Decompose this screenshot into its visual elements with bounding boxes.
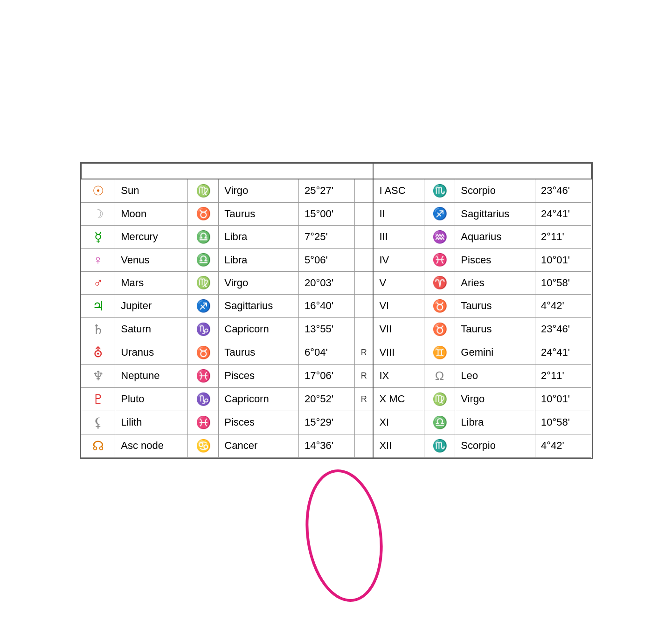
retrograde-indicator [354, 248, 373, 271]
planet-name: Asc node [115, 434, 187, 457]
house-degree: 10°58' [535, 271, 591, 294]
planet-degree: 20°03' [299, 271, 355, 294]
planet-sign-icon: ♋ [196, 439, 211, 453]
planet-name: Saturn [115, 317, 187, 341]
house-sign-icon: ♏ [432, 439, 447, 453]
house-sign-symbol: ♍ [424, 387, 455, 411]
planet-sign-symbol: ♎ [187, 225, 219, 248]
house-degree: 10°01' [535, 387, 591, 411]
house-number: IX [373, 364, 424, 387]
planet-sign-icon: ♑ [196, 322, 211, 336]
planet-symbol-cell: ♆ [81, 364, 115, 387]
planet-symbol-cell: ☿ [81, 225, 115, 248]
planet-name: Neptune [115, 364, 187, 387]
planet-sign-icon: ♑ [196, 392, 211, 406]
planet-degree: 6°04' [299, 341, 355, 364]
planet-symbol: ☊ [92, 439, 104, 453]
house-degree: 2°11' [535, 364, 591, 387]
planet-sign-symbol: ♑ [187, 317, 219, 341]
house-degree: 23°46' [535, 179, 591, 203]
planet-name: Sun [115, 179, 187, 203]
planet-sign-name: Libra [219, 225, 299, 248]
planet-sign-symbol: ♓ [187, 411, 219, 434]
planet-sign-icon: ♍ [196, 276, 211, 289]
table-row: ⚸Lilith♓Pisces15°29'XI♎Libra10°58' [81, 411, 591, 434]
house-sign-name: Virgo [455, 387, 535, 411]
svg-point-0 [299, 466, 389, 605]
planet-symbol: ♄ [92, 322, 104, 337]
table-row: ☿Mercury♎Libra7°25'III♒Aquarius2°11' [81, 225, 591, 248]
planet-sign-name: Virgo [219, 179, 299, 203]
planet-degree: 7°25' [299, 225, 355, 248]
house-sign-symbol: ♏ [424, 434, 455, 457]
planet-sign-name: Pisces [219, 411, 299, 434]
house-degree: 4°42' [535, 294, 591, 317]
house-number: II [373, 202, 424, 225]
house-sign-icon: ♉ [432, 299, 447, 313]
planet-degree: 15°00' [299, 202, 355, 225]
planet-degree: 5°06' [299, 248, 355, 271]
planet-symbol: ⛢ [93, 345, 103, 360]
planet-sign-name: Sagittarius [219, 294, 299, 317]
house-sign-name: Scorpio [455, 434, 535, 457]
house-number: III [373, 225, 424, 248]
house-sign-symbol: ♏ [424, 179, 455, 203]
house-number: I ASC [373, 179, 424, 203]
planet-sign-icon: ♎ [196, 253, 211, 267]
planet-name: Pluto [115, 387, 187, 411]
house-sign-symbol: ♉ [424, 317, 455, 341]
house-sign-name: Aquarius [455, 225, 535, 248]
planet-sign-name: Libra [219, 248, 299, 271]
planet-degree: 14°36' [299, 434, 355, 457]
planet-symbol: ♀ [93, 253, 103, 267]
table-row: ♃Jupiter♐Sagittarius16°40'VI♉Taurus4°42' [81, 294, 591, 317]
retrograde-indicator: R [354, 387, 373, 411]
astrology-table: ☉Sun♍Virgo25°27'I ASC♏Scorpio23°46'☽Moon… [81, 163, 592, 458]
house-sign-icon: ♓ [432, 253, 447, 267]
planet-sign-name: Capricorn [219, 317, 299, 341]
house-sign-symbol: ♓ [424, 248, 455, 271]
table-row: ♄Saturn♑Capricorn13°55'VII♉Taurus23°46' [81, 317, 591, 341]
house-sign-name: Gemini [455, 341, 535, 364]
planet-sign-symbol: ♉ [187, 202, 219, 225]
table-row: ⛢Uranus♉Taurus6°04'RVIII♊Gemini24°41' [81, 341, 591, 364]
planet-symbol-cell: ♃ [81, 294, 115, 317]
planet-symbol: ☽ [93, 207, 104, 221]
house-degree: 4°42' [535, 434, 591, 457]
planet-sign-icon: ♐ [196, 299, 211, 313]
planet-sign-symbol: ♍ [187, 271, 219, 294]
house-sign-symbol: ♊ [424, 341, 455, 364]
planet-symbol-cell: ⚸ [81, 411, 115, 434]
planet-name: Mercury [115, 225, 187, 248]
planet-symbol-cell: ☉ [81, 179, 115, 203]
house-number: VI [373, 294, 424, 317]
planet-sign-symbol: ♍ [187, 179, 219, 203]
house-degree: 2°11' [535, 225, 591, 248]
house-sign-symbol: ♐ [424, 202, 455, 225]
house-sign-icon: ♒ [432, 230, 447, 244]
planet-sign-symbol: ♋ [187, 434, 219, 457]
house-number: VII [373, 317, 424, 341]
planet-symbol-cell: ☽ [81, 202, 115, 225]
house-sign-name: Sagittarius [455, 202, 535, 225]
house-number: IV [373, 248, 424, 271]
planet-degree: 25°27' [299, 179, 355, 203]
planet-sign-symbol: ♑ [187, 387, 219, 411]
retrograde-indicator [354, 271, 373, 294]
planet-sign-icon: ♎ [196, 230, 211, 244]
planet-sign-symbol: ♉ [187, 341, 219, 364]
planet-degree: 20°52' [299, 387, 355, 411]
planet-sign-name: Cancer [219, 434, 299, 457]
house-sign-name: Libra [455, 411, 535, 434]
house-sign-name: Taurus [455, 294, 535, 317]
retrograde-indicator: R [354, 364, 373, 387]
house-sign-icon: ♈ [432, 276, 447, 289]
house-sign-name: Pisces [455, 248, 535, 271]
planet-name: Mars [115, 271, 187, 294]
planet-symbol-cell: ⛢ [81, 341, 115, 364]
house-number: VIII [373, 341, 424, 364]
planet-name: Moon [115, 202, 187, 225]
house-sign-icon: ♏ [432, 184, 447, 198]
house-degree: 23°46' [535, 317, 591, 341]
house-degree: 10°01' [535, 248, 591, 271]
